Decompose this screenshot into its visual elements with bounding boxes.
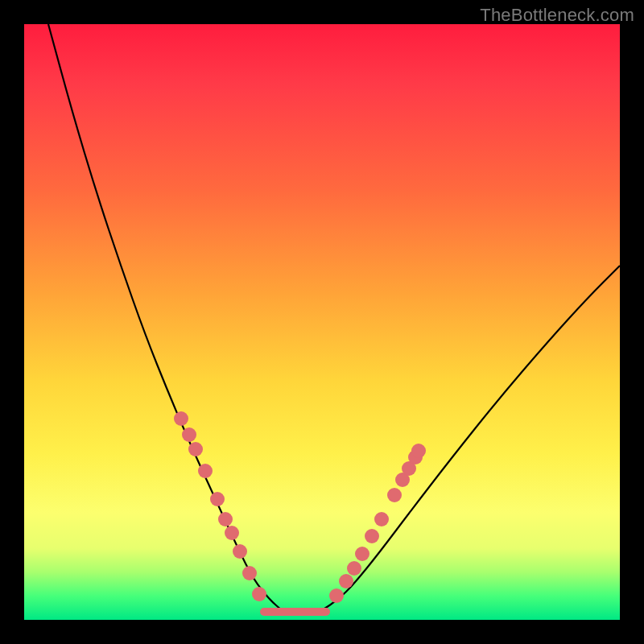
left-curve	[48, 24, 282, 610]
watermark-text: TheBottleneck.com	[480, 5, 634, 26]
data-marker	[210, 492, 225, 506]
markers-right	[329, 444, 426, 603]
data-marker	[374, 512, 389, 526]
data-marker	[339, 574, 353, 588]
plot-area	[24, 24, 620, 620]
data-marker	[174, 411, 188, 426]
data-marker	[347, 561, 361, 576]
data-marker	[218, 512, 233, 526]
data-marker	[365, 529, 379, 543]
data-marker	[252, 587, 266, 601]
curve-layer	[24, 24, 620, 620]
data-marker	[182, 427, 196, 442]
outer-frame: TheBottleneck.com	[0, 0, 644, 644]
data-marker	[233, 544, 247, 559]
data-marker	[387, 488, 402, 502]
data-marker	[411, 444, 426, 458]
data-marker	[242, 566, 257, 580]
data-marker	[198, 464, 213, 478]
data-marker	[188, 442, 203, 456]
data-marker	[355, 547, 369, 561]
data-marker	[329, 588, 344, 603]
data-marker	[225, 526, 239, 540]
markers-left	[174, 411, 266, 601]
